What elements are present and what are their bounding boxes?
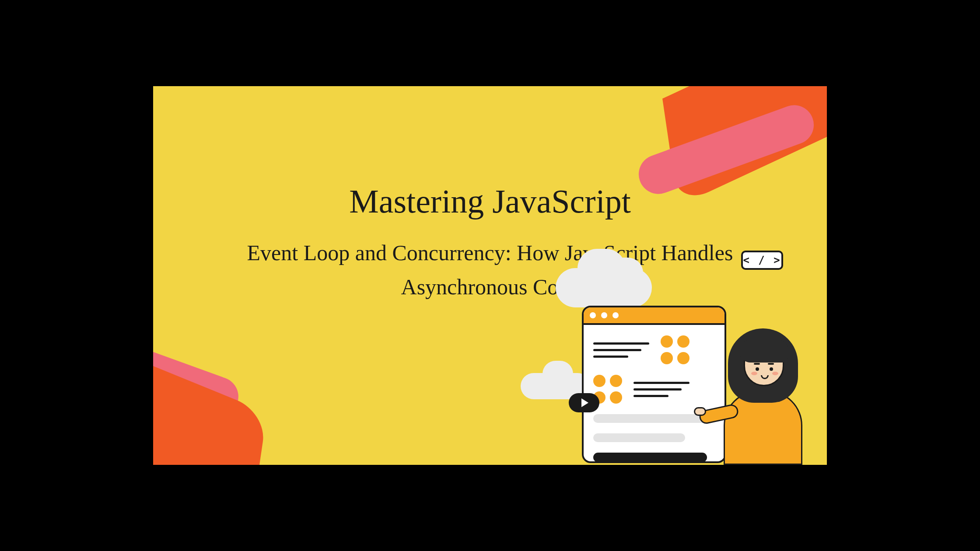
text-lines-icon — [634, 382, 690, 397]
decorative-corner-bottom-left — [153, 307, 311, 465]
play-icon — [569, 393, 599, 412]
placeholder-bar — [593, 433, 685, 442]
window-dot-icon — [612, 312, 619, 318]
browser-window-icon — [582, 306, 726, 463]
code-tag-icon: < / > — [741, 251, 783, 270]
cloud-icon — [556, 268, 652, 307]
person-illustration — [712, 316, 813, 465]
placeholder-bar-dark — [593, 453, 707, 462]
person-hair-front — [739, 339, 788, 363]
browser-titlebar — [584, 307, 724, 325]
slide-card: Mastering JavaScript Event Loop and Conc… — [153, 86, 827, 465]
content-row — [593, 335, 715, 364]
illustration-group: < / > — [564, 255, 809, 465]
browser-body — [584, 325, 724, 463]
placeholder-bar — [593, 414, 707, 423]
content-row — [593, 375, 715, 404]
text-lines-icon — [593, 342, 649, 358]
slide-title: Mastering JavaScript — [153, 182, 827, 220]
window-dot-icon — [590, 312, 596, 318]
dot-grid-icon — [661, 335, 690, 364]
person-hand — [694, 407, 706, 416]
window-dot-icon — [601, 312, 607, 318]
